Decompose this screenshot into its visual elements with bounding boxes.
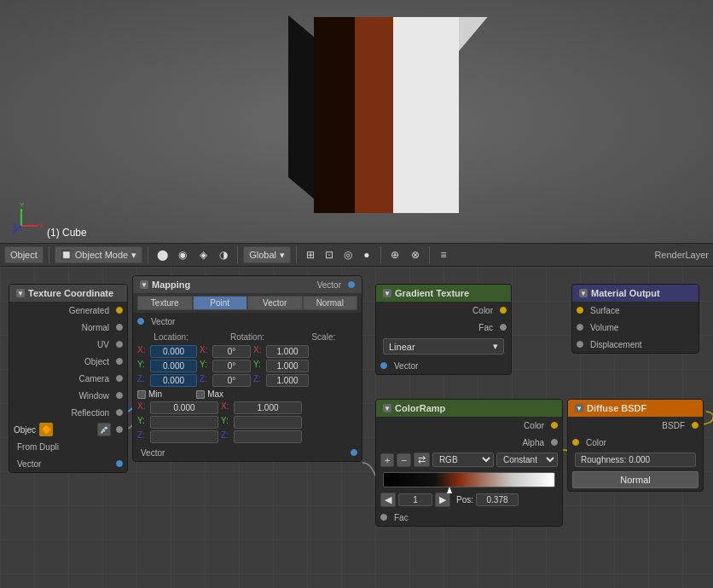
window-socket[interactable] bbox=[116, 392, 123, 399]
vector-out-socket[interactable] bbox=[116, 460, 123, 467]
z-axis-label: Z: bbox=[137, 374, 148, 387]
generated-socket[interactable] bbox=[116, 307, 123, 314]
gradient-vector-socket[interactable] bbox=[380, 362, 387, 369]
rotation-x[interactable]: 0° bbox=[212, 345, 251, 358]
pos-field: ◀ 1 ▶ Pos: 0.378 bbox=[376, 491, 562, 509]
max-check-box[interactable] bbox=[196, 390, 205, 399]
scale-x[interactable]: 1.000 bbox=[266, 345, 309, 358]
normal-socket[interactable] bbox=[116, 324, 123, 331]
colorramp-node[interactable]: ▼ ColorRamp Color Alpha + − ⇄ RGB Consta… bbox=[375, 399, 563, 527]
object-icon[interactable]: 🔶 bbox=[39, 423, 53, 436]
volume-socket[interactable] bbox=[577, 324, 583, 331]
diffuse-bsdf-node[interactable]: ▼ Diffuse BSDF BSDF Color Roughness: 0.0… bbox=[567, 399, 704, 492]
ramp-color-socket[interactable] bbox=[551, 422, 558, 429]
viewport-shading-rendered[interactable]: ◑ bbox=[215, 246, 232, 263]
ramp-alpha-row: Alpha bbox=[376, 434, 562, 451]
socket-row-normal: Normal bbox=[9, 319, 127, 336]
max-y[interactable] bbox=[234, 416, 302, 429]
index-next[interactable]: ▶ bbox=[435, 493, 450, 507]
max-checkbox[interactable]: Max bbox=[196, 389, 223, 399]
tab-texture[interactable]: Texture bbox=[137, 296, 193, 310]
mapping-vector-out-socket[interactable] bbox=[351, 449, 357, 456]
min-y[interactable] bbox=[150, 416, 218, 429]
min-check-box[interactable] bbox=[137, 390, 146, 399]
ramp-pos[interactable]: 0.378 bbox=[476, 493, 519, 506]
bsdf-socket[interactable] bbox=[692, 422, 699, 429]
diffuse-color-socket[interactable] bbox=[572, 439, 579, 446]
socket-row-reflection: Reflection bbox=[9, 404, 127, 421]
ramp-add-btn[interactable]: + bbox=[380, 453, 394, 467]
index-prev[interactable]: ◀ bbox=[380, 493, 396, 507]
timeline-icon[interactable]: ≡ bbox=[435, 246, 452, 263]
viewport[interactable]: X Y Z (1) Cube bbox=[0, 0, 713, 243]
viewport-shading-wire[interactable]: ◉ bbox=[174, 246, 191, 263]
mesh-display[interactable]: ⊕ bbox=[386, 246, 403, 263]
ramp-mode-constant[interactable]: Constant bbox=[496, 453, 558, 467]
object-menu[interactable]: Object bbox=[4, 246, 43, 263]
object-socket[interactable] bbox=[116, 358, 123, 365]
gradient-fac-row: Fac bbox=[376, 319, 511, 336]
tab-point[interactable]: Point bbox=[193, 296, 248, 310]
vector-in-socket[interactable] bbox=[137, 318, 144, 325]
material-output-node[interactable]: ▼ Material Output Surface Volume Displac… bbox=[571, 284, 699, 354]
ramp-mode-rgb[interactable]: RGB bbox=[432, 453, 494, 467]
scale-y[interactable]: 1.000 bbox=[266, 360, 309, 372]
ramp-index[interactable]: 1 bbox=[398, 493, 432, 506]
location-z[interactable]: 0.000 bbox=[150, 374, 197, 387]
mapping-vector-out[interactable] bbox=[348, 281, 355, 288]
tab-normal[interactable]: Normal bbox=[303, 296, 358, 310]
texture-coord-node[interactable]: ▼ Texture Coordinate Generated Normal UV… bbox=[9, 284, 128, 473]
tab-vector[interactable]: Vector bbox=[247, 296, 303, 310]
colorramp-collapse[interactable]: ▼ bbox=[383, 404, 391, 412]
min-z[interactable] bbox=[150, 430, 218, 443]
proportional-falloff[interactable]: ● bbox=[358, 246, 375, 263]
gradient-color-socket[interactable] bbox=[500, 307, 507, 314]
camera-socket[interactable] bbox=[116, 375, 123, 382]
ramp-fac-socket[interactable] bbox=[380, 514, 387, 521]
snap-toggle[interactable]: ⊞ bbox=[302, 246, 319, 263]
snap-type[interactable]: ⊡ bbox=[321, 246, 338, 263]
diffuse-collapse[interactable]: ▼ bbox=[575, 404, 583, 412]
mapping-node[interactable]: ▼ Mapping Vector Texture Point Vector No… bbox=[132, 275, 362, 462]
min-checkbox[interactable]: Min bbox=[137, 389, 162, 399]
rotation-z[interactable]: 0° bbox=[212, 374, 251, 387]
objec-socket[interactable] bbox=[116, 426, 123, 433]
renderlayer-label: RenderLayer bbox=[654, 250, 709, 260]
max-x[interactable]: 1.000 bbox=[234, 401, 302, 414]
viewport-shading-texture[interactable]: ◈ bbox=[194, 246, 212, 263]
mapping-collapse[interactable]: ▼ bbox=[140, 280, 148, 289]
normal-dropdown[interactable]: Normal bbox=[572, 471, 699, 488]
mode-selector[interactable]: 🔲 Object Mode ▾ bbox=[55, 246, 142, 263]
min-x-label: X: bbox=[137, 401, 148, 414]
uv-socket[interactable] bbox=[116, 341, 123, 348]
min-max-header: Min Max bbox=[133, 388, 362, 401]
proportional-edit[interactable]: ◎ bbox=[339, 246, 356, 263]
max-z[interactable] bbox=[234, 430, 302, 443]
viewport-shading-solid[interactable]: ⬤ bbox=[154, 246, 171, 263]
rotation-y[interactable]: 0° bbox=[212, 360, 251, 372]
min-x[interactable]: 0.000 bbox=[150, 401, 218, 414]
ramp-remove-btn[interactable]: − bbox=[397, 453, 410, 467]
ramp-alpha-socket[interactable] bbox=[551, 439, 558, 446]
global-selector[interactable]: Global ▾ bbox=[243, 246, 291, 263]
gradient-fac-socket[interactable] bbox=[500, 324, 507, 331]
location-y[interactable]: 0.000 bbox=[150, 360, 197, 372]
scale-z[interactable]: 1.000 bbox=[266, 374, 309, 387]
ramp-swap-btn[interactable]: ⇄ bbox=[414, 453, 430, 467]
gradient-collapse[interactable]: ▼ bbox=[383, 289, 391, 297]
collapse-btn[interactable]: ▼ bbox=[16, 289, 25, 297]
material-collapse[interactable]: ▼ bbox=[579, 289, 588, 297]
linear-dropdown[interactable]: Linear ▾ bbox=[383, 338, 504, 355]
displacement-socket[interactable] bbox=[577, 341, 583, 348]
gradient-texture-node[interactable]: ▼ Gradient Texture Color Fac Linear ▾ Ve… bbox=[375, 284, 512, 375]
gradient-color-row: Color bbox=[376, 302, 511, 319]
onion-skin[interactable]: ⊗ bbox=[407, 246, 424, 263]
ramp-marker[interactable] bbox=[447, 487, 452, 493]
pipette-icon[interactable]: 💉 bbox=[97, 423, 111, 436]
roughness-field[interactable]: Roughness: 0.000 bbox=[575, 453, 696, 467]
location-x[interactable]: 0.000 bbox=[150, 345, 197, 358]
surface-socket[interactable] bbox=[577, 307, 583, 314]
node-editor[interactable]: ▼ Texture Coordinate Generated Normal UV… bbox=[0, 267, 713, 588]
color-ramp-bar[interactable] bbox=[383, 472, 555, 487]
reflection-socket[interactable] bbox=[116, 409, 123, 416]
